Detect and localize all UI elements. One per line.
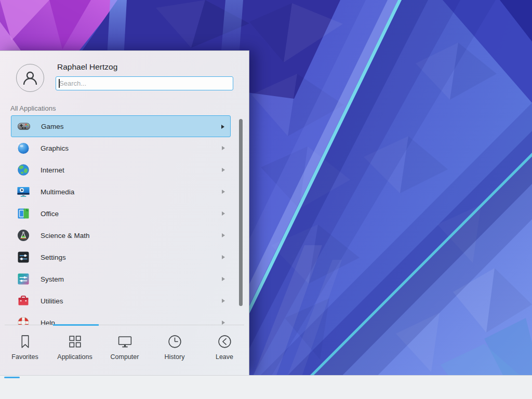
menu-item-graphics[interactable]: Graphics <box>11 137 231 159</box>
menu-item-games[interactable]: Games <box>11 115 231 137</box>
leave-icon <box>217 334 233 350</box>
multimedia-icon <box>17 185 30 198</box>
submenu-arrow-icon <box>222 277 225 281</box>
tab-label: History <box>165 353 185 361</box>
submenu-arrow-icon <box>222 168 225 172</box>
graphics-icon <box>17 141 30 155</box>
internet-icon <box>17 163 30 177</box>
menu-item-help[interactable]: Help <box>11 312 231 325</box>
active-task-indicator <box>4 377 20 378</box>
tab-favorites[interactable]: Favorites <box>0 327 50 375</box>
utilities-icon <box>17 294 30 308</box>
submenu-arrow-icon <box>222 255 225 259</box>
user-name: Raphael Hertzog <box>57 62 117 72</box>
active-tab-indicator <box>53 324 99 326</box>
tab-label: Computer <box>111 353 139 361</box>
menu-item-science-math[interactable]: Science & Math <box>11 224 231 246</box>
menu-item-label: Office <box>41 210 59 218</box>
submenu-arrow-icon <box>222 211 225 216</box>
system-icon <box>17 272 30 286</box>
history-icon <box>167 334 183 350</box>
menu-item-system[interactable]: System <box>11 268 231 290</box>
launcher-tabbar: Favorites Applications Computer <box>0 327 249 375</box>
games-icon <box>17 119 31 133</box>
menu-item-office[interactable]: Office <box>11 203 231 224</box>
menu-item-label: Games <box>41 123 64 130</box>
tab-label: Leave <box>216 353 233 361</box>
tab-leave[interactable]: Leave <box>200 327 249 375</box>
menu-item-label: Utilities <box>41 297 63 305</box>
tab-label: Favorites <box>11 353 38 361</box>
submenu-arrow-icon <box>221 125 224 129</box>
submenu-arrow-icon <box>222 190 225 194</box>
menu-item-label: System <box>41 275 64 283</box>
menu-item-settings[interactable]: Settings <box>11 246 231 268</box>
menu-item-label: Settings <box>41 254 66 261</box>
section-label: All Applications <box>10 104 56 112</box>
tabbar-divider <box>5 325 244 325</box>
computer-icon <box>117 334 133 350</box>
text-caret <box>59 79 60 88</box>
office-icon <box>17 207 30 220</box>
submenu-arrow-icon <box>222 299 225 303</box>
menu-item-label: Multimedia <box>41 188 74 196</box>
applications-icon <box>67 334 83 350</box>
taskbar-panel: ES 7:03 PM 4/24/21 <box>0 375 532 399</box>
menu-item-label: Internet <box>41 166 64 174</box>
category-list: Games Graphics <box>0 115 249 325</box>
settings-icon <box>17 250 30 264</box>
desktop: Raphael Hertzog All Applications <box>0 0 532 399</box>
submenu-arrow-icon <box>222 321 225 325</box>
tab-computer[interactable]: Computer <box>100 327 150 375</box>
search-input[interactable] <box>56 76 233 90</box>
tab-label: Applications <box>57 353 92 361</box>
help-icon <box>17 316 30 325</box>
list-scrollbar[interactable] <box>239 119 243 306</box>
favorites-icon <box>17 334 33 350</box>
menu-item-utilities[interactable]: Utilities <box>11 290 231 312</box>
application-launcher-menu: Raphael Hertzog All Applications <box>0 50 249 375</box>
user-avatar[interactable] <box>16 64 44 92</box>
submenu-arrow-icon <box>222 146 225 150</box>
menu-item-label: Science & Math <box>41 232 90 240</box>
submenu-arrow-icon <box>222 233 225 237</box>
science-icon <box>17 229 30 242</box>
tab-history[interactable]: History <box>150 327 200 375</box>
user-icon <box>21 69 39 87</box>
menu-item-multimedia[interactable]: Multimedia <box>11 181 231 203</box>
menu-item-label: Graphics <box>41 144 69 152</box>
tab-applications[interactable]: Applications <box>50 327 100 375</box>
menu-item-internet[interactable]: Internet <box>11 159 231 181</box>
